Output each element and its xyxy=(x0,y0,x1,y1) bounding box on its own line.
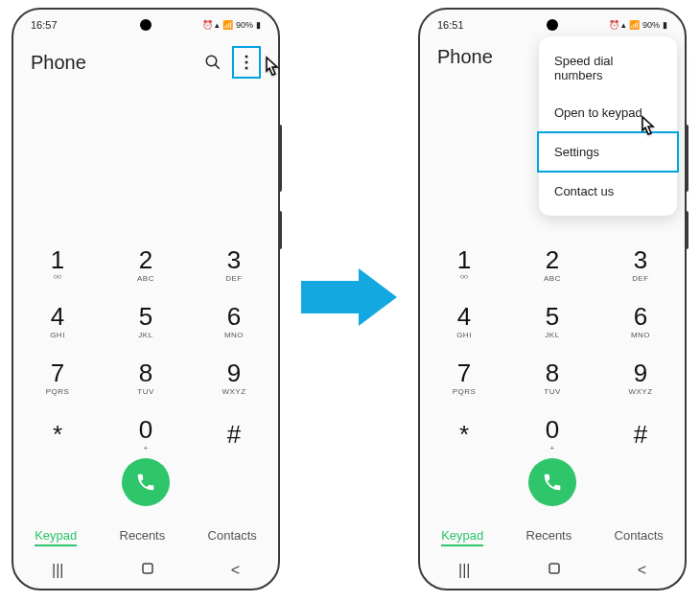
app-title: Phone xyxy=(437,46,493,68)
svg-line-1 xyxy=(215,64,220,69)
app-header: Phone xyxy=(13,36,278,88)
key-5[interactable]: 5JKL xyxy=(102,304,190,339)
key-6[interactable]: 6MNO xyxy=(596,304,685,339)
transition-arrow-icon xyxy=(301,268,397,326)
menu-contact-us[interactable]: Contact us xyxy=(539,173,677,210)
tab-contacts[interactable]: Contacts xyxy=(208,528,257,546)
menu-speed-dial[interactable]: Speed dial numbers xyxy=(539,42,677,94)
camera-cutout xyxy=(547,19,558,31)
tab-keypad[interactable]: Keypad xyxy=(35,528,77,546)
key-0[interactable]: 0+ xyxy=(508,417,596,452)
key-hash[interactable]: # xyxy=(190,417,278,452)
dial-keypad: 1ᴼᴼ 2ABC 3DEF 4GHI 5JKL 6MNO 7PQRS 8TUV … xyxy=(420,247,685,452)
svg-point-3 xyxy=(245,61,248,64)
home-nav-icon[interactable] xyxy=(141,562,154,579)
key-3[interactable]: 3DEF xyxy=(596,247,685,283)
bottom-tabs: Keypad Recents Contacts xyxy=(13,528,278,546)
key-3[interactable]: 3DEF xyxy=(190,247,278,283)
recents-nav-icon[interactable]: ||| xyxy=(458,562,470,579)
status-icons: ⏰ ▴ 📶 90% ▮ xyxy=(609,20,667,30)
tab-recents[interactable]: Recents xyxy=(526,528,572,546)
key-star[interactable]: * xyxy=(13,417,102,452)
key-hash[interactable]: # xyxy=(596,417,685,452)
back-nav-icon[interactable]: < xyxy=(638,562,646,579)
phone-screenshot-left: 16:57 ⏰ ▴ 📶 90% ▮ Phone 1ᴼᴼ 2ABC 3DEF 4G… xyxy=(12,8,280,590)
key-4[interactable]: 4GHI xyxy=(420,304,508,339)
pointer-cursor-icon xyxy=(257,52,288,82)
key-5[interactable]: 5JKL xyxy=(508,304,596,339)
key-2[interactable]: 2ABC xyxy=(508,247,596,283)
key-9[interactable]: 9WXYZ xyxy=(190,360,278,396)
key-8[interactable]: 8TUV xyxy=(102,360,190,396)
tab-contacts[interactable]: Contacts xyxy=(615,528,664,546)
key-9[interactable]: 9WXYZ xyxy=(596,360,685,396)
status-time: 16:57 xyxy=(31,19,58,31)
recents-nav-icon[interactable]: ||| xyxy=(52,562,63,579)
call-button[interactable] xyxy=(122,458,170,506)
key-0[interactable]: 0+ xyxy=(102,417,190,452)
svg-rect-5 xyxy=(143,564,152,573)
power-button xyxy=(278,211,282,249)
svg-point-0 xyxy=(206,56,217,66)
bottom-tabs: Keypad Recents Contacts xyxy=(420,528,685,546)
key-8[interactable]: 8TUV xyxy=(508,360,596,396)
svg-point-2 xyxy=(245,56,248,58)
tab-recents[interactable]: Recents xyxy=(120,528,166,546)
key-star[interactable]: * xyxy=(420,417,508,452)
key-7[interactable]: 7PQRS xyxy=(420,360,508,396)
svg-rect-6 xyxy=(549,564,559,573)
camera-cutout xyxy=(140,19,152,31)
volume-button xyxy=(685,125,688,192)
key-7[interactable]: 7PQRS xyxy=(13,360,102,396)
status-icons: ⏰ ▴ 📶 90% ▮ xyxy=(202,20,261,30)
android-navbar: ||| < xyxy=(420,562,685,579)
key-1[interactable]: 1ᴼᴼ xyxy=(420,247,508,283)
volume-button xyxy=(278,125,282,192)
app-title: Phone xyxy=(31,52,86,74)
android-navbar: ||| < xyxy=(13,562,278,579)
power-button xyxy=(685,211,688,249)
svg-point-4 xyxy=(245,67,248,70)
dial-keypad: 1ᴼᴼ 2ABC 3DEF 4GHI 5JKL 6MNO 7PQRS 8TUV … xyxy=(13,247,278,452)
back-nav-icon[interactable]: < xyxy=(231,562,240,579)
key-6[interactable]: 6MNO xyxy=(190,304,278,339)
search-icon[interactable] xyxy=(201,51,224,74)
key-4[interactable]: 4GHI xyxy=(13,304,102,339)
call-button[interactable] xyxy=(528,458,576,506)
pointer-cursor-icon xyxy=(633,111,664,142)
tab-keypad[interactable]: Keypad xyxy=(441,528,483,546)
home-nav-icon[interactable] xyxy=(548,562,561,579)
status-time: 16:51 xyxy=(437,19,464,31)
key-1[interactable]: 1ᴼᴼ xyxy=(13,247,102,283)
phone-screenshot-right: 16:51 ⏰ ▴ 📶 90% ▮ Phone Speed dial numbe… xyxy=(418,8,687,590)
key-2[interactable]: 2ABC xyxy=(102,247,190,283)
